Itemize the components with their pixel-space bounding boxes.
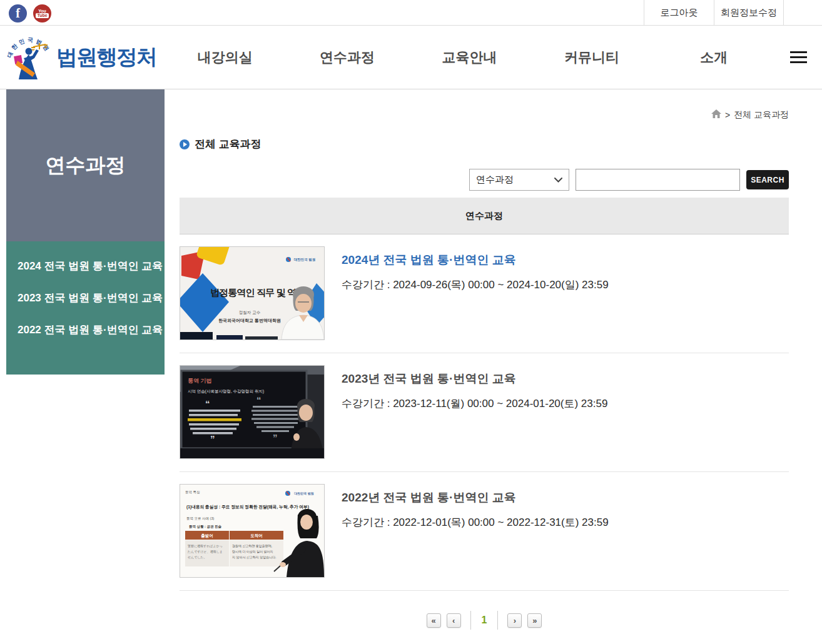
thumb-situation-label: 통역 상황 : 공판 진술 [189, 525, 221, 529]
course-info: 2024년 전국 법원 통·번역인 교육 수강기간 : 2024-09-26(목… [342, 246, 609, 340]
sidebar-title: 연수과정 [46, 152, 126, 179]
account-links: 로그아웃 회원정보수정 [644, 0, 784, 26]
breadcrumb: > 전체 교육과정 [180, 89, 789, 121]
course-row-2022: 통역 특징 대한민국 법원 (1)내용의 충실성 : 주요 정보의 정확한 전달… [180, 472, 789, 591]
hamburger-bar [790, 51, 807, 53]
logout-link[interactable]: 로그아웃 [644, 0, 714, 26]
home-icon[interactable] [711, 109, 721, 121]
global-nav: 내강의실 연수과정 교육안내 커뮤니티 소개 [164, 48, 822, 67]
thumb-top-label: 통역 특징 [185, 490, 200, 495]
thumb-heading: 통역 기법 [188, 378, 212, 384]
sidebar-item-2022-course[interactable]: 2022 전국 법원 통·번역인 교육 [6, 314, 165, 346]
pagination-last-button[interactable]: » [527, 613, 542, 628]
top-utility-bar: f You Tube 로그아웃 회원정보수정 [0, 0, 822, 26]
pagination: « ‹ 1 › » [180, 611, 789, 630]
thumb-affiliation: 한국외국어대학교 통번역대학원 [218, 318, 281, 323]
breadcrumb-separator: > [725, 110, 730, 120]
sidebar-title-panel: 연수과정 [6, 89, 165, 241]
course-period-2023: 수강기간 : 2023-12-11(월) 00:00 ~ 2024-01-20(… [342, 396, 607, 411]
search-button[interactable]: SEARCH [746, 170, 789, 189]
course-row-2023: 통역 기법 시역 연습(사회봉사명령, 수강명령의 취지) “ ” “ [180, 353, 789, 472]
course-list-header: 연수과정 [180, 198, 789, 234]
course-info: 2023년 전국 법원 통·번역인 교육 수강기간 : 2023-12-11(월… [342, 365, 607, 459]
site-header: 대한민국법원 법원행정처 내강의실 [0, 26, 822, 89]
sidebar: 연수과정 2024 전국 법원 통·번역인 교육 2023 전국 법원 통·번역… [6, 89, 165, 375]
youtube-icon-text-you: You [38, 9, 46, 13]
nav-item-my-classroom[interactable]: 내강의실 [164, 48, 286, 67]
sidebar-item-2023-course[interactable]: 2023 전국 법원 통·번역인 교육 [6, 282, 165, 314]
site-logo[interactable]: 대한민국법원 법원행정처 [0, 31, 164, 84]
pagination-current-page[interactable]: 1 [482, 615, 487, 626]
page: f You Tube 로그아웃 회원정보수정 대한민국법원 [0, 0, 822, 644]
thumb-court-logo: 대한민국 법원 [285, 491, 314, 496]
court-logo-icon: 대한민국법원 [5, 31, 54, 84]
search-row: 연수과정 SEARCH [180, 169, 789, 191]
search-category-select[interactable]: 연수과정 [469, 169, 569, 191]
svg-text:출발어: 출발어 [201, 533, 213, 538]
svg-text:지 않아서 신고하지 않았습니다.: 지 않아서 신고하지 않았습니다. [232, 555, 277, 559]
main-area: 연수과정 2024 전국 법원 통·번역인 교육 2023 전국 법원 통·번역… [0, 89, 822, 643]
thumb-case-label: 통역 오류 사례 (3) [186, 516, 214, 520]
chevron-down-icon [554, 178, 562, 183]
nav-item-training-courses[interactable]: 연수과정 [286, 48, 408, 67]
course-list-header-label: 연수과정 [465, 210, 503, 222]
hamburger-bar [790, 61, 807, 63]
quote-mark: “ [256, 395, 261, 405]
youtube-icon[interactable]: You Tube [33, 4, 51, 23]
search-category-value: 연수과정 [476, 174, 514, 186]
site-logo-text: 법원행정처 [56, 43, 156, 72]
section-title: 전체 교육과정 [195, 137, 261, 151]
course-thumbnail-2023[interactable]: 통역 기법 시역 연습(사회봉사명령, 수강명령의 취지) “ ” “ [180, 365, 325, 459]
svg-text:せんでした。: せんでした。 [188, 555, 207, 560]
breadcrumb-current: 전체 교육과정 [734, 109, 789, 121]
svg-text:경찰에 신고하면 좋았을텐데,: 경찰에 신고하면 좋았을텐데, [232, 544, 272, 548]
pagination-separator [470, 611, 471, 630]
nav-item-education-guide[interactable]: 교육안내 [408, 48, 530, 67]
facebook-icon[interactable]: f [9, 4, 27, 23]
course-period-2024: 수강기간 : 2024-09-26(목) 00:00 ~ 2024-10-20(… [342, 278, 609, 292]
course-title-2024[interactable]: 2024년 전국 법원 통·번역인 교육 [342, 252, 609, 268]
svg-text:대한민국 법원: 대한민국 법원 [294, 258, 316, 262]
sidebar-menu: 2024 전국 법원 통·번역인 교육 2023 전국 법원 통·번역인 교육 … [6, 241, 165, 375]
thumb-subheading: 시역 연습(사회봉사명령, 수강명령의 취지) [188, 389, 264, 394]
quote-mark: “ [205, 398, 210, 409]
thumb-heading: 법정통역인 직무 및 역할 [210, 287, 305, 298]
pagination-next-button[interactable]: › [507, 613, 522, 628]
quote-mark: ” [210, 433, 215, 444]
section-title-row: 전체 교육과정 [180, 137, 789, 151]
quote-mark: ” [273, 432, 278, 443]
course-thumbnail-2024[interactable]: 대한민국 법원 법정통역인 직무 및 역할 정철자 교수 한국외국어대학교 통번… [180, 246, 325, 340]
nav-item-community[interactable]: 커뮤니티 [530, 48, 652, 67]
svg-text:대한민국 법원: 대한민국 법원 [294, 491, 313, 496]
content: > 전체 교육과정 전체 교육과정 연수과정 SEARCH 연수과정 [180, 89, 789, 630]
thumb-table: 출발어 도착어 警察に通報すればよかっ たんですけど、通報しま せんでした。 경… [185, 531, 283, 566]
thumb-presenter: 정철자 교수 [239, 310, 261, 315]
pagination-separator [497, 611, 498, 630]
course-title-2023[interactable]: 2023년 전국 법원 통·번역인 교육 [342, 371, 607, 387]
svg-text:警察に通報すればよかっ: 警察に通報すればよかっ [188, 544, 223, 548]
sidebar-item-2024-course[interactable]: 2024 전국 법원 통·번역인 교육 [6, 250, 165, 282]
edit-member-info-link[interactable]: 회원정보수정 [714, 0, 784, 26]
youtube-icon-text-tube: Tube [36, 13, 48, 18]
thumb-heading: (1)내용의 충실성 : 주요 정보의 정확한 전달(왜곡, 누락, 추가 여부… [186, 505, 309, 510]
course-thumbnail-2022[interactable]: 통역 특징 대한민국 법원 (1)내용의 충실성 : 주요 정보의 정확한 전달… [180, 484, 325, 578]
svg-text:도착어: 도착어 [250, 533, 263, 538]
svg-text:당시에 더 이상의 일이 벌어지: 당시에 더 이상의 일이 벌어지 [232, 550, 273, 553]
search-input[interactable] [576, 169, 740, 191]
pagination-prev-button[interactable]: ‹ [447, 613, 461, 628]
course-title-2022[interactable]: 2022년 전국 법원 통·번역인 교육 [342, 490, 609, 506]
hamburger-menu-button[interactable] [775, 51, 822, 63]
course-row-2024: 대한민국 법원 법정통역인 직무 및 역할 정철자 교수 한국외국어대학교 통번… [180, 234, 789, 353]
course-period-2022: 수강기간 : 2022-12-01(목) 00:00 ~ 2022-12-31(… [342, 515, 609, 530]
pagination-first-button[interactable]: « [427, 613, 441, 628]
course-info: 2022년 전국 법원 통·번역인 교육 수강기간 : 2022-12-01(목… [342, 484, 609, 578]
svg-text:たんですけど、通報しま: たんですけど、通報しま [188, 550, 223, 554]
social-links: f You Tube [0, 3, 51, 23]
nav-item-about[interactable]: 소개 [653, 48, 775, 67]
hamburger-bar [790, 56, 807, 58]
section-bullet-icon [180, 139, 190, 149]
